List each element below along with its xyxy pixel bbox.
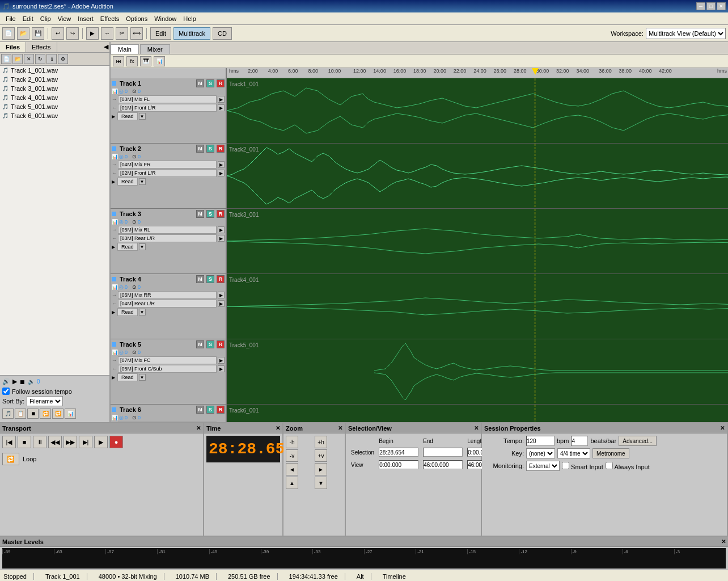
trans-btn-tostart[interactable]: |◀ [2,436,16,448]
undo-btn[interactable]: ↩ [52,27,64,40]
maximize-button[interactable]: □ [706,2,716,10]
track-6-solo-btn[interactable]: S [206,406,214,414]
track-3-in-expand[interactable]: ▶ [218,235,225,242]
trans-btn-play[interactable]: ▶ [94,436,108,448]
file-item-4[interactable]: 🎵 Track 4_001.wav [0,93,109,102]
close-button[interactable]: ✕ [717,2,726,10]
track-4-read-btn[interactable]: Read [117,308,138,316]
menu-window[interactable]: Window [151,14,180,23]
panel-collapse-btn[interactable]: ◀ [103,42,109,52]
icon-btn-1[interactable]: 🎵 [2,409,14,419]
sel-end-input[interactable] [423,448,463,457]
tab-main[interactable]: Main [111,44,139,54]
trans-btn-record[interactable]: ● [109,436,123,448]
menu-insert[interactable]: Insert [74,14,97,23]
track-4-record-btn[interactable]: R [217,275,225,283]
track-2-vol-knob[interactable]: ◎ [119,154,124,159]
menu-view[interactable]: View [54,14,75,23]
view-end-input[interactable] [423,460,463,469]
mini-btn-rewind[interactable]: ⏮ [113,56,124,66]
track-4-out-expand[interactable]: ▶ [218,292,225,298]
menu-help[interactable]: Help [180,14,200,23]
time-sig-select[interactable]: 4/4 time [557,448,590,458]
track-3-expand-icon[interactable]: ▶ [112,245,115,250]
tab-effects[interactable]: Effects [26,42,57,52]
zoom-v-out[interactable]: -v [286,449,298,462]
track-1-expand-icon[interactable]: ▶ [112,114,115,119]
zoom-h-in[interactable]: +h [315,436,327,448]
track-4-solo-btn[interactable]: S [206,275,214,283]
minimize-button[interactable]: ─ [696,2,705,10]
cd-mode-btn[interactable]: CD [213,27,232,40]
metronome-btn[interactable]: Metronome [592,448,629,458]
tempo-input[interactable] [526,436,555,446]
track-1-in-expand[interactable]: ▶ [218,104,225,111]
zoom-right[interactable]: ► [315,463,327,475]
track-4-mute-btn[interactable]: M [196,275,204,283]
track-4-read-expand[interactable]: ▼ [139,309,146,315]
track-1-read-expand[interactable]: ▼ [139,113,146,120]
track-5-out-expand[interactable]: ▶ [218,357,225,364]
zoom-close-btn[interactable]: ✕ [338,425,342,431]
icon-btn-2[interactable]: 📋 [15,409,26,419]
track-1-vol-knob[interactable]: ◎ [119,89,124,94]
zoom-v-in[interactable]: +v [315,449,327,462]
track-1-out-expand[interactable]: ▶ [218,96,225,103]
razor-tool[interactable]: ✂ [116,27,128,40]
track-2-record-btn[interactable]: R [217,145,225,153]
mini-btn-meter[interactable]: 📊 [154,56,165,66]
panel-btn-options[interactable]: ⚙ [58,54,68,64]
file-item-3[interactable]: 🎵 Track 3_001.wav [0,84,109,93]
track-3-read-btn[interactable]: Read [117,243,138,251]
track-3-solo-btn[interactable]: S [206,210,214,218]
trans-btn-pause[interactable]: ⏸ [33,436,46,448]
track-5-solo-btn[interactable]: S [206,340,214,348]
beats-input[interactable] [571,436,588,446]
icon-btn-4[interactable]: 🔁 [40,409,51,419]
track-3-vol-knob[interactable]: ◎ [119,219,124,225]
track-5-read-btn[interactable]: Read [117,373,138,381]
slip-tool[interactable]: ⟺ [130,27,143,40]
session-close-btn[interactable]: ✕ [720,425,725,431]
track-1-record-btn[interactable]: R [217,79,225,87]
tab-files[interactable]: Files [0,42,26,52]
panel-btn-open[interactable]: 📂 [12,54,23,64]
icon-btn-6[interactable]: 📊 [65,409,76,419]
selection-close-btn[interactable]: ✕ [474,425,479,431]
track-2-out-expand[interactable]: ▶ [218,161,225,168]
mini-btn-fx[interactable]: fx [126,56,138,66]
sort-select[interactable]: Filename [27,396,63,406]
advanced-btn[interactable]: Advanced... [619,436,657,446]
track-4-in-expand[interactable]: ▶ [218,300,225,307]
track-5-expand-icon[interactable]: ▶ [112,375,115,380]
menu-options[interactable]: Options [122,14,151,23]
play-btn[interactable]: ▶ [12,378,17,385]
track-5-mute-btn[interactable]: M [196,340,204,348]
open-btn[interactable]: 📂 [17,27,29,40]
sel-begin-input[interactable] [379,448,418,457]
trans-btn-stop[interactable]: ■ [18,436,31,448]
track-6-mute-btn[interactable]: M [196,406,204,414]
track-2-in-expand[interactable]: ▶ [218,170,225,176]
zoom-down[interactable]: ▼ [315,477,327,489]
track-2-mute-btn[interactable]: M [196,145,204,153]
loop-btn[interactable]: 🔁 [2,453,19,465]
zoom-left[interactable]: ◄ [286,463,298,475]
file-item-1[interactable]: 🎵 Track 1_001.wav [0,66,109,75]
icon-btn-5[interactable]: 🔂 [52,409,64,419]
icon-btn-3[interactable]: ⏹ [27,409,39,419]
panel-btn-close[interactable]: ✕ [24,54,34,64]
select-tool[interactable]: ▶ [86,27,99,40]
track-2-expand-icon[interactable]: ▶ [112,179,115,184]
track-5-vol-knob[interactable]: ◎ [119,350,124,355]
smart-input-check[interactable] [562,462,569,469]
always-input-check[interactable] [606,462,613,469]
zoom-up[interactable]: ▲ [286,477,298,489]
zoom-h-out[interactable]: -h [286,436,298,448]
track-2-solo-btn[interactable]: S [206,145,214,153]
track-3-out-expand[interactable]: ▶ [218,226,225,233]
file-item-2[interactable]: 🎵 Track 2_001.wav [0,75,109,84]
save-btn[interactable]: 💾 [32,27,44,40]
track-1-read-btn[interactable]: Read [117,112,138,120]
menu-edit[interactable]: Edit [19,14,37,23]
